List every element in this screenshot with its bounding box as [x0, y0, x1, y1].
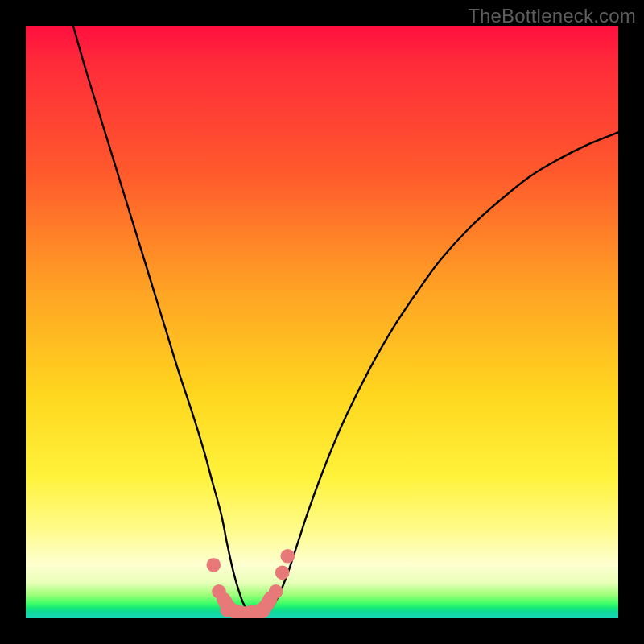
dot-right-mid	[275, 566, 290, 580]
dot-right-lower	[269, 584, 283, 599]
curve-markers	[206, 549, 295, 618]
dot-bottom-1	[220, 603, 234, 617]
plot-area	[26, 26, 618, 618]
dot-bottom-4	[256, 604, 270, 618]
dot-left-lower	[212, 584, 226, 599]
chart-frame: TheBottleneck.com	[0, 0, 644, 644]
dot-right-upper	[280, 549, 295, 564]
curve-layer	[26, 26, 618, 618]
watermark-text: TheBottleneck.com	[468, 5, 636, 27]
bottleneck-curve	[73, 26, 618, 617]
dot-left-upper	[206, 558, 221, 572]
